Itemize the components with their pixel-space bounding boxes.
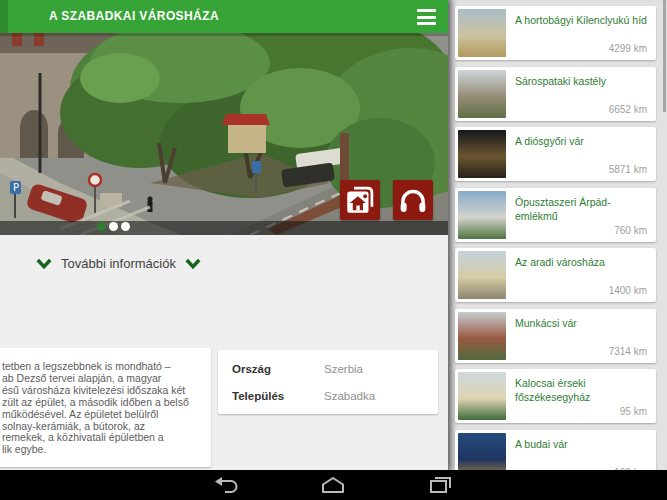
drawer-edge [0, 0, 8, 33]
nearby-item-title: Az aradi városháza [515, 255, 652, 269]
hamburger-menu-icon[interactable] [417, 9, 436, 25]
details-card: Ország Szerbia Település Szabadka [218, 350, 438, 414]
chevron-down-icon [36, 258, 52, 269]
nearby-pane: A hortobágyi Kilenclyukú híd 4299 km Sár… [448, 0, 667, 500]
detail-pane: A SZABADKAI VÁROSHÁZA [0, 0, 448, 470]
description-line: zült az épület, a második időben a belső [2, 397, 201, 409]
town-value: Szabadka [324, 390, 375, 402]
nearby-list-item[interactable]: Ópusztaszeri Árpád-emlékmű 760 km [455, 188, 656, 242]
nearby-item-title: A diósgyőri vár [515, 134, 652, 148]
description-line: működésével. Az épületet belülről [2, 409, 201, 421]
nearby-item-distance: 5871 km [609, 164, 647, 175]
nearby-item-distance: 760 km [614, 225, 647, 236]
nearby-item-thumbnail [458, 130, 506, 178]
nearby-list-item[interactable]: A hortobágyi Kilenclyukú híd 4299 km [455, 6, 656, 60]
nearby-item-title: Ópusztaszeri Árpád-emlékmű [515, 195, 652, 223]
nearby-item-thumbnail [458, 191, 506, 239]
nearby-item-thumbnail [458, 70, 506, 118]
carousel-dot[interactable] [97, 222, 106, 231]
page-title: A SZABADKAI VÁROSHÁZA [49, 0, 219, 33]
nearby-item-title: Sárospataki kastély [515, 74, 652, 88]
nearby-item-distance: 95 km [620, 406, 647, 417]
nearby-list-item[interactable]: Munkácsi vár 7314 km [455, 309, 656, 363]
nearby-list-item[interactable]: Sárospataki kastély 6652 km [455, 67, 656, 121]
description-line: tetben a legszebbnek is mondható – [2, 361, 201, 373]
carousel-dot[interactable] [121, 222, 130, 231]
app-bar: A SZABADKAI VÁROSHÁZA [0, 0, 448, 33]
nearby-item-thumbnail [458, 312, 506, 360]
home-icon[interactable] [318, 476, 348, 494]
more-info-label: További információk [61, 256, 176, 271]
country-value: Szerbia [324, 363, 363, 375]
headphones-icon [396, 183, 430, 217]
scrollbar[interactable] [663, 0, 666, 112]
country-label: Ország [232, 363, 324, 375]
nearby-item-thumbnail [458, 372, 506, 420]
main-photo[interactable]: P [0, 33, 448, 235]
nearby-list: A hortobágyi Kilenclyukú híd 4299 km Sár… [448, 0, 667, 490]
nearby-list-item[interactable]: Az aradi városháza 1400 km [455, 248, 656, 302]
photo-illustration: P [0, 33, 448, 235]
description-line: ab Dezső tervei alapján, a magyar [2, 373, 201, 385]
chevron-down-icon [185, 258, 201, 269]
nearby-item-distance: 1400 km [609, 285, 647, 296]
detail-row-country: Ország Szerbia [218, 355, 438, 382]
home-gallery-icon [343, 183, 377, 217]
description-line: ésű városháza kivitelezési időszaka két [2, 385, 201, 397]
audio-guide-button[interactable] [393, 180, 433, 220]
description-line: lik egybe. [2, 444, 201, 456]
nearby-item-thumbnail [458, 251, 506, 299]
description-card: tetben a legszebbnek is mondható –ab Dez… [0, 348, 211, 467]
carousel-dot[interactable] [109, 222, 118, 231]
nearby-item-title: Munkácsi vár [515, 316, 652, 330]
svg-text:P: P [13, 182, 19, 193]
nearby-item-title: A hortobágyi Kilenclyukú híd [515, 13, 652, 27]
description-line: remekek, a közhivatali épületben a [2, 432, 201, 444]
back-icon[interactable] [211, 476, 241, 494]
nearby-item-distance: 6652 km [609, 104, 647, 115]
system-navbar [0, 470, 667, 500]
detail-row-town: Település Szabadka [218, 382, 438, 409]
gallery-home-button[interactable] [340, 180, 380, 220]
nearby-item-distance: 4299 km [609, 43, 647, 54]
description-line: solnay-kerámiák, a bútorok, az [2, 421, 201, 433]
nearby-item-title: Kalocsai érseki főszékesegyház [515, 376, 652, 404]
nearby-item-thumbnail [458, 9, 506, 57]
town-label: Település [232, 390, 324, 402]
nearby-item-title: A budai vár [515, 437, 652, 451]
more-info-toggle[interactable]: További információk [36, 256, 201, 271]
nearby-list-item[interactable]: Kalocsai érseki főszékesegyház 95 km [455, 369, 656, 423]
nearby-item-distance: 7314 km [609, 346, 647, 357]
recents-icon[interactable] [425, 476, 455, 494]
nearby-list-item[interactable]: A diósgyőri vár 5871 km [455, 127, 656, 181]
description-text: tetben a legszebbnek is mondható –ab Dez… [2, 361, 201, 456]
carousel-dots [97, 222, 130, 231]
